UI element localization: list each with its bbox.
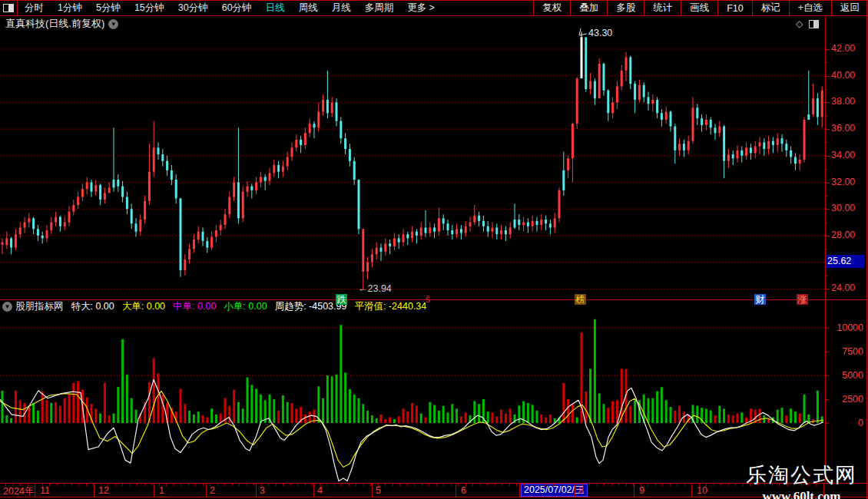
day-tick [509,484,510,486]
layout-toggle-icon[interactable] [0,1,18,16]
indicator-chart-canvas[interactable] [0,312,826,482]
day-tick [297,484,298,486]
tab-分时[interactable]: 分时 [18,0,51,16]
price-axis-label-30.00: 30.00 [831,203,866,213]
diamond-icon[interactable]: ◇ [796,18,809,29]
day-tick [407,484,408,486]
indicator-axis-label-5000: 5000 [830,370,863,381]
day-tick [633,484,634,486]
day-tick [495,484,495,486]
day-tick [253,484,254,486]
axis-divider-line [825,17,826,482]
low-annotation: ←23.94 [358,283,392,294]
toolbar-button-+自选[interactable]: +自选 [789,1,831,15]
marker-badge-涨[interactable]: 涨 [797,294,808,305]
tab-15分钟[interactable]: 15分钟 [128,0,171,16]
day-tick [568,484,568,486]
day-tick [261,484,262,486]
stock-title: 直真科技(日线.前复权) [5,17,104,31]
month-tick [456,484,456,497]
day-tick [101,484,101,486]
day-tick [217,484,218,486]
indicator-header: ▾ 股朋指标网 特大: 0.00大单: 0.00中单: 0.00小单: 0.00… [0,301,825,312]
indicator-axis-label-7500: 7500 [830,346,863,357]
price-axis-label-24.00: 24.00 [831,283,866,293]
day-tick [232,484,233,486]
tab-更多 >[interactable]: 更多 > [400,0,442,16]
month-label-5: 5 [376,485,381,496]
day-tick [553,484,554,486]
day-tick [465,484,466,486]
day-tick [626,484,627,486]
day-tick [735,484,736,486]
tab-30分钟[interactable]: 30分钟 [171,0,215,16]
toolbar-button-F10[interactable]: F10 [717,1,752,15]
day-tick [684,484,685,486]
toolbar-button-叠加[interactable]: 叠加 [570,1,607,15]
chart-title-row[interactable]: 直真科技(日线.前复权) ▾ [0,17,825,31]
day-tick [560,484,561,486]
toolbar-button-返回[interactable]: 返回 [831,1,868,15]
month-label-9: 9 [639,485,644,496]
collapse-indicator-icon[interactable]: ▾ [2,302,12,312]
tab-多周期[interactable]: 多周期 [358,0,401,16]
day-tick [414,484,415,486]
month-tick [313,484,314,497]
price-axis-label-32.00: 32.00 [831,177,866,187]
day-tick [575,484,575,486]
day-tick [159,484,160,486]
day-tick [714,484,714,486]
day-tick [78,484,79,486]
day-tick [589,484,590,486]
price-axis-label-28.00: 28.00 [831,230,866,240]
tab-60分钟[interactable]: 60分钟 [215,0,259,16]
indicator-name: 股朋指标网 [15,300,64,313]
split-pane-icon[interactable] [809,20,819,28]
marker-badge-ŝ[interactable]: ŝ [425,294,431,305]
date-axis: 2024年 2025/07/02/三 11121234568910 [0,483,868,497]
day-tick [662,484,663,486]
watermark-url: www.60lt.com [746,489,857,499]
chevron-down-icon[interactable]: ▾ [108,19,118,29]
day-tick [655,484,656,486]
toolbar-button-统计[interactable]: 统计 [644,1,681,15]
high-annotation: 43.30 [588,28,612,38]
tab-5分钟[interactable]: 5分钟 [89,0,128,16]
day-tick [268,484,269,486]
tab-月线[interactable]: 月线 [325,0,358,16]
indicator-axis-label-10000: 10000 [830,322,863,333]
day-tick [188,484,189,486]
day-tick [670,484,671,486]
day-tick [487,484,488,486]
price-chart-canvas[interactable] [0,31,826,299]
day-tick [728,484,729,486]
toolbar-button-标记[interactable]: 标记 [752,1,789,15]
day-tick [458,484,459,486]
marker-badge-榜[interactable]: 榜 [575,294,586,305]
trading-app-window: 分时1分钟5分钟15分钟30分钟60分钟日线周线月线多周期更多 > 复权叠加多股… [0,0,868,499]
day-tick [443,484,444,486]
window-right-edge [866,0,867,499]
year-label: 2024年 [3,485,34,498]
day-tick [611,484,612,486]
day-tick [247,484,247,486]
tab-1分钟[interactable]: 1分钟 [51,0,89,16]
toolbar-button-画线[interactable]: 画线 [681,1,717,15]
marker-badge-跌[interactable]: 跌 [336,294,347,305]
day-tick [305,484,306,486]
split-window-icon [3,4,14,12]
day-tick [363,484,364,486]
toolbar-button-复权[interactable]: 复权 [533,1,570,15]
marker-badge-财[interactable]: 财 [754,294,766,305]
tab-日线[interactable]: 日线 [259,0,292,16]
day-tick [721,484,721,486]
toolbar-button-多股[interactable]: 多股 [607,1,644,15]
indicator-field-特大: 特大: 0.00 [71,301,114,312]
day-tick [64,484,65,486]
tab-周线[interactable]: 周线 [292,0,325,16]
period-tabs: 分时1分钟5分钟15分钟30分钟60分钟日线周线月线多周期更多 > [18,0,442,16]
indicator-axis-label-2500: 2500 [830,394,863,405]
day-tick [312,484,313,486]
day-tick [49,484,50,486]
month-tick [372,484,373,497]
